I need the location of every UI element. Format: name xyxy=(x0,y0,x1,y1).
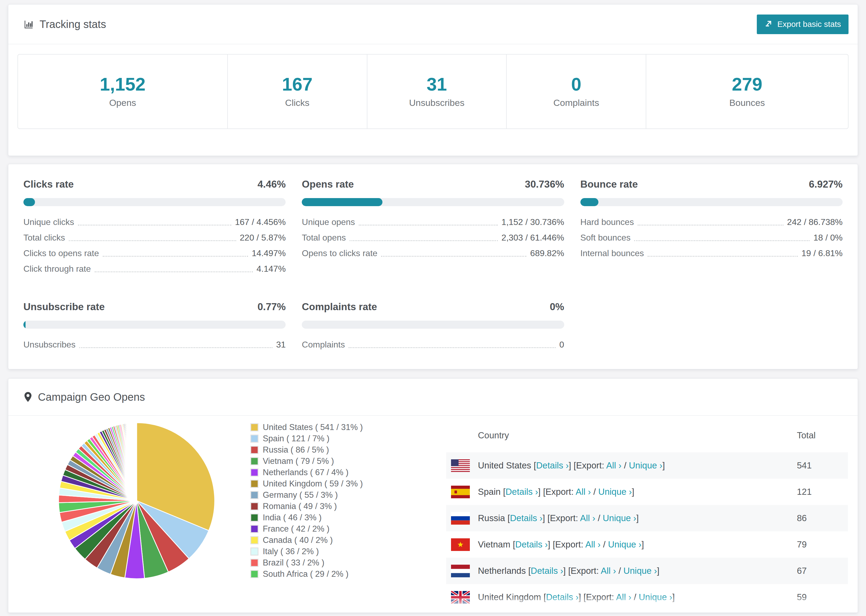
flag-vn-icon xyxy=(451,538,470,551)
export-unique-link[interactable]: Unique › xyxy=(639,592,672,602)
stat-row-value: 19 / 6.81% xyxy=(801,248,842,261)
geo-pie-chart[interactable] xyxy=(8,416,250,613)
country-total: 67 xyxy=(781,566,848,576)
export-icon xyxy=(764,19,773,30)
legend-item: Russia ( 86 / 5% ) xyxy=(250,444,446,456)
details-link[interactable]: Details › xyxy=(505,487,538,497)
complaints-rate-panel: Complaints rate 0% Complaints0 xyxy=(302,297,564,352)
details-link[interactable]: Details › xyxy=(510,513,542,523)
dotted-leader xyxy=(78,225,231,225)
details-link[interactable]: Details › xyxy=(515,539,548,549)
unsubscribe-rate-panel: Unsubscribe rate 0.77% Unsubscribes31 xyxy=(24,297,286,352)
country-total: 86 xyxy=(781,513,848,523)
summary-stat-opens: 1,152Opens xyxy=(18,55,227,129)
export-all-link[interactable]: All › xyxy=(616,592,631,602)
legend-swatch xyxy=(250,457,258,465)
legend-swatch xyxy=(250,547,258,556)
export-unique-link[interactable]: Unique › xyxy=(624,566,657,576)
country-name: Spain xyxy=(478,487,501,497)
legend-swatch xyxy=(250,435,258,443)
country-name: Netherlands xyxy=(478,566,526,576)
stat-label: Opens xyxy=(109,97,136,108)
tracking-stats-title: Tracking stats xyxy=(24,18,106,30)
summary-stat-clicks: 167Clicks xyxy=(227,55,367,129)
tracking-stats-card: Tracking stats Export basic stats 1,152O… xyxy=(8,4,858,156)
opens-rate-progressbar xyxy=(302,198,564,206)
legend-item: Brazil ( 33 / 2% ) xyxy=(250,557,446,569)
dotted-leader xyxy=(634,240,809,241)
pie-slice-other[interactable] xyxy=(136,423,137,501)
legend-item: South Africa ( 29 / 2% ) xyxy=(250,569,446,580)
legend-swatch xyxy=(250,491,258,499)
legend-item: Netherlands ( 67 / 4% ) xyxy=(250,467,446,478)
legend-label: France ( 42 / 2% ) xyxy=(263,524,329,534)
stat-row-label: Clicks to opens rate xyxy=(24,248,99,261)
section-title: Campaign Geo Opens xyxy=(38,391,145,403)
stat-row-value: 0 xyxy=(559,340,564,352)
stat-row-label: Click through rate xyxy=(24,264,91,277)
dotted-leader xyxy=(94,272,253,272)
details-link[interactable]: Details › xyxy=(531,566,563,576)
export-all-link[interactable]: All › xyxy=(585,539,601,549)
export-unique-link[interactable]: Unique › xyxy=(629,460,663,470)
legend-item: Spain ( 121 / 7% ) xyxy=(250,433,446,444)
export-unique-link[interactable]: Unique › xyxy=(598,487,632,497)
stat-row-value: 689.82% xyxy=(530,248,564,261)
stat-row: Internal bounces19 / 6.81% xyxy=(580,245,842,261)
legend-item: Vietnam ( 79 / 5% ) xyxy=(250,456,446,467)
tracking-stats-header: Tracking stats Export basic stats xyxy=(8,5,858,44)
export-basic-stats-button[interactable]: Export basic stats xyxy=(757,14,849,34)
legend-label: India ( 46 / 3% ) xyxy=(263,513,322,522)
legend-item: Canada ( 40 / 2% ) xyxy=(250,534,446,546)
stat-label: Complaints xyxy=(553,97,599,108)
legend-label: Canada ( 40 / 2% ) xyxy=(263,535,333,545)
stat-row: Hard bounces242 / 86.738% xyxy=(580,214,842,230)
legend-label: Brazil ( 33 / 2% ) xyxy=(263,558,324,567)
dotted-leader xyxy=(103,256,248,257)
flag-gb-icon xyxy=(451,591,470,603)
rate-title: Clicks rate xyxy=(24,179,74,190)
legend-label: Romania ( 49 / 3% ) xyxy=(263,501,337,511)
campaign-geo-opens-card: Campaign Geo Opens United States ( 541 /… xyxy=(8,379,858,613)
export-all-link[interactable]: All › xyxy=(606,460,622,470)
stat-row-label: Soft bounces xyxy=(580,233,631,245)
geo-table-row: United States [Details ›] [Export: All ›… xyxy=(446,452,848,479)
legend-swatch xyxy=(250,480,258,488)
stat-row-value: 2,303 / 61.446% xyxy=(502,233,564,245)
stat-value: 167 xyxy=(282,75,313,93)
stat-row-label: Total opens xyxy=(302,233,346,245)
dotted-leader xyxy=(348,347,555,348)
country-name: United Kingdom xyxy=(478,592,541,602)
country-name: Vietnam xyxy=(478,539,510,549)
country-total: 59 xyxy=(781,592,848,602)
stat-row-value: 167 / 4.456% xyxy=(235,217,286,230)
country-name: Russia xyxy=(478,513,505,523)
stat-row: Click through rate4.147% xyxy=(24,261,286,277)
rate-value: 0.77% xyxy=(257,301,286,313)
unsubscribe-rate-progressbar xyxy=(24,321,286,329)
geo-table-row: Netherlands [Details ›] [Export: All › /… xyxy=(446,558,848,584)
summary-stat-complaints: 0Complaints xyxy=(506,55,646,129)
details-link[interactable]: Details › xyxy=(546,592,578,602)
dotted-leader xyxy=(69,240,236,241)
stat-row: Soft bounces18 / 0% xyxy=(580,230,842,245)
stat-row-label: Hard bounces xyxy=(580,217,634,230)
stat-row: Opens to clicks rate689.82% xyxy=(302,245,564,261)
stat-row-label: Unique opens xyxy=(302,217,355,230)
dotted-leader xyxy=(638,225,783,225)
country-total: 121 xyxy=(781,487,848,497)
export-unique-link[interactable]: Unique › xyxy=(603,513,636,523)
dotted-leader xyxy=(381,256,526,257)
stat-row: Unique clicks167 / 4.456% xyxy=(24,214,286,230)
export-unique-link[interactable]: Unique › xyxy=(608,539,642,549)
progress-fill xyxy=(580,198,599,206)
export-all-link[interactable]: All › xyxy=(576,487,591,497)
details-link[interactable]: Details › xyxy=(536,460,568,470)
opens-rate-panel: Opens rate 30.736% Unique opens1,152 / 3… xyxy=(302,175,564,277)
export-all-link[interactable]: All › xyxy=(601,566,616,576)
stat-label: Bounces xyxy=(729,97,765,108)
stat-row-value: 220 / 5.87% xyxy=(240,233,286,245)
legend-swatch xyxy=(250,559,258,567)
rate-value: 0% xyxy=(550,301,564,313)
export-all-link[interactable]: All › xyxy=(580,513,595,523)
